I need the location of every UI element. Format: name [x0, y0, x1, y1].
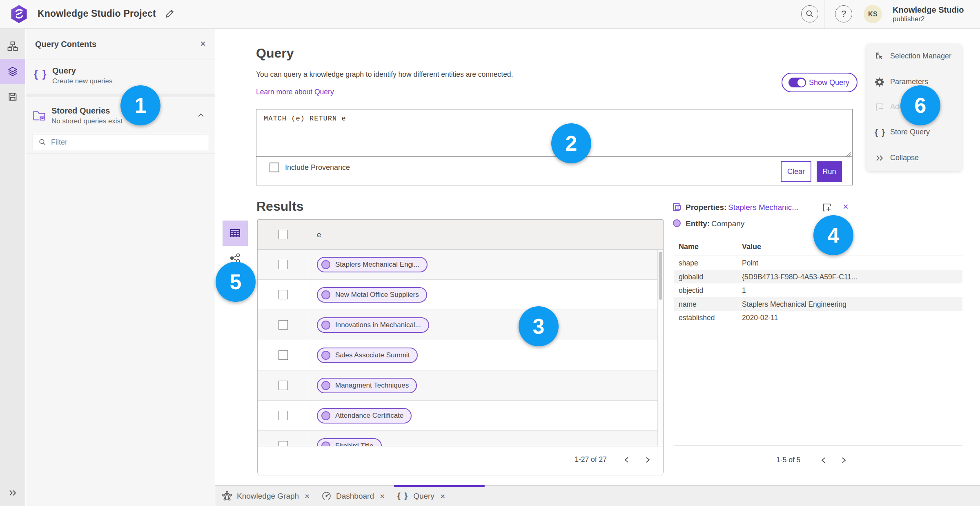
table-row[interactable]: Sales Associate Summit	[258, 340, 663, 370]
row-checkbox[interactable]	[278, 290, 288, 299]
collapse-button[interactable]: Collapse	[866, 150, 962, 166]
chevron-right-icon	[646, 457, 650, 463]
tab-knowledge-graph[interactable]: Knowledge Graph ×	[221, 486, 310, 506]
property-row[interactable]: nameStaplers Mechanical Engineering	[674, 297, 962, 311]
help-button[interactable]: ?	[835, 5, 852, 22]
nav-model-button[interactable]	[0, 33, 25, 59]
property-row[interactable]: established2020-02-11	[674, 311, 962, 325]
select-all-checkbox[interactable]	[278, 230, 288, 239]
table-row[interactable]: Firebird Title	[258, 431, 663, 446]
bottom-tab-bar: Knowledge Graph × Dashboard × { } Query …	[215, 485, 980, 506]
table-row[interactable]: Managment Techniques	[258, 370, 663, 401]
next-page-button[interactable]	[840, 456, 848, 464]
resize-handle[interactable]	[846, 152, 851, 157]
nav-save-button[interactable]	[0, 84, 25, 109]
user-info[interactable]: Knowledge Studio publisher2	[893, 5, 964, 23]
run-button[interactable]: Run	[817, 161, 842, 182]
toggle-switch[interactable]	[788, 78, 806, 87]
callout-1: 1	[120, 85, 160, 125]
entity-dot-icon	[321, 321, 330, 330]
include-provenance-checkbox[interactable]	[270, 163, 279, 172]
row-checkbox[interactable]	[278, 350, 288, 360]
entity-pill[interactable]: Innovations in Mechanical...	[317, 317, 429, 333]
entity-pill[interactable]: Sales Associate Summit	[317, 348, 418, 363]
entity-label: Entity:	[686, 219, 710, 228]
show-query-toggle[interactable]: Show Query	[782, 73, 858, 92]
close-properties-button[interactable]: ×	[840, 201, 851, 212]
learn-more-link[interactable]: Learn more about Query	[256, 88, 334, 96]
search-button[interactable]	[801, 5, 818, 22]
close-panel-button[interactable]: ×	[197, 38, 209, 49]
table-row[interactable]: Innovations in Mechanical...	[258, 310, 663, 340]
entity-type-dot-icon	[673, 219, 681, 227]
clear-button[interactable]: Clear	[781, 161, 811, 182]
divider	[674, 445, 962, 446]
filter-input[interactable]	[51, 138, 198, 147]
entity-pill[interactable]: Staplers Mechanical Engi...	[317, 257, 428, 272]
results-table-header: e	[258, 220, 663, 250]
avatar[interactable]: KS	[864, 5, 882, 23]
entity-pill[interactable]: Attendance Certificate	[317, 408, 412, 424]
close-icon: ×	[843, 201, 848, 212]
entity-pill[interactable]: New Metal Office Suppliers	[317, 287, 427, 303]
property-row[interactable]: shapePoint	[674, 256, 962, 270]
close-tab-icon[interactable]: ×	[440, 491, 445, 501]
entity-pill[interactable]: Managment Techniques	[317, 378, 417, 393]
nav-contents-button[interactable]	[0, 59, 25, 84]
sidebar-item-query[interactable]: { } Query Create new queries	[26, 60, 215, 93]
app-logo-icon	[11, 5, 27, 23]
row-checkbox[interactable]	[278, 441, 288, 446]
user-name: Knowledge Studio	[893, 5, 964, 15]
properties-title: Properties:	[686, 203, 726, 212]
tab-query[interactable]: { } Query ×	[394, 486, 485, 506]
add-to-selection-icon[interactable]	[822, 202, 832, 213]
include-provenance-row: Include Provenance	[270, 163, 350, 172]
results-table: e Staplers Mechanical Engi... New Metal …	[257, 219, 664, 475]
filter-box	[33, 134, 208, 150]
edit-title-icon[interactable]	[164, 9, 175, 19]
next-page-button[interactable]	[644, 456, 652, 464]
toggle-knob	[797, 79, 805, 87]
query-item-title: Query	[52, 66, 112, 76]
table-view-button[interactable]	[223, 221, 248, 246]
user-username: publisher2	[893, 15, 964, 23]
row-checkbox[interactable]	[278, 320, 288, 330]
store-query-button[interactable]: { } Store Query	[866, 124, 962, 140]
close-tab-icon[interactable]: ×	[380, 491, 385, 501]
property-row[interactable]: objectid1	[674, 283, 962, 297]
properties-icon	[672, 203, 682, 212]
entity-dot-icon	[321, 441, 330, 446]
braces-icon: { }	[875, 127, 884, 137]
entity-pill[interactable]: Firebird Title	[317, 438, 382, 446]
results-table-footer: 1-27 of 27	[258, 446, 663, 475]
stored-queries-subtitle: No stored queries exist	[51, 117, 122, 125]
previous-page-button[interactable]	[819, 456, 827, 464]
row-checkbox[interactable]	[278, 381, 288, 390]
previous-page-button[interactable]	[622, 456, 630, 464]
selection-manager-button[interactable]: Selection Manager	[866, 48, 962, 65]
expand-panel-button[interactable]	[0, 486, 25, 500]
property-row[interactable]: globalid{5D9B4713-F98D-4A53-A59F-C11...	[674, 270, 962, 284]
selection-manager-icon	[875, 51, 884, 61]
table-scrollbar[interactable]	[657, 250, 663, 446]
table-row[interactable]: New Metal Office Suppliers	[258, 280, 663, 310]
scrollbar-thumb[interactable]	[659, 252, 662, 300]
show-query-label: Show Query	[809, 78, 849, 87]
stored-queries-title: Stored Queries	[51, 106, 122, 116]
row-checkbox[interactable]	[278, 260, 288, 269]
table-row[interactable]: Staplers Mechanical Engi...	[258, 250, 663, 280]
app-root: Knowledge Studio Project ? KS Knowledge …	[0, 0, 980, 506]
chevron-up-icon[interactable]	[197, 111, 205, 119]
row-checkbox[interactable]	[278, 411, 288, 420]
left-icon-strip	[0, 29, 25, 506]
close-tab-icon[interactable]: ×	[305, 491, 310, 501]
query-heading: Query	[256, 46, 294, 61]
properties-target-link[interactable]: Staplers Mechanic...	[728, 203, 798, 212]
chevron-left-icon	[821, 457, 826, 464]
entity-dot-icon	[321, 351, 330, 360]
table-row[interactable]: Attendance Certificate	[258, 401, 663, 431]
results-rows: Staplers Mechanical Engi... New Metal Of…	[258, 250, 663, 446]
tab-dashboard[interactable]: Dashboard ×	[321, 486, 385, 506]
entity-dot-icon	[321, 381, 330, 390]
results-pagination-label: 1-27 of 27	[575, 455, 607, 464]
